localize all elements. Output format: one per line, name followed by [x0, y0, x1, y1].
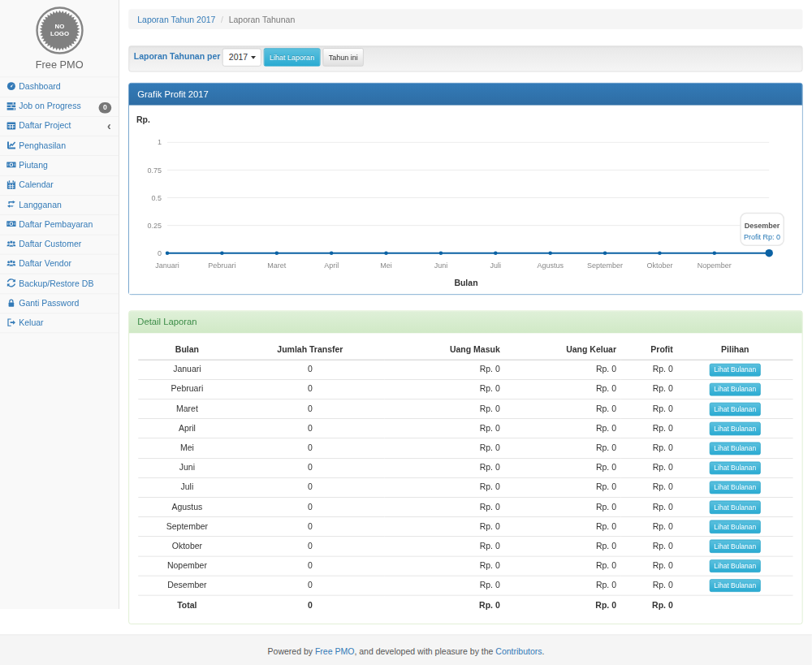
- svg-text:Bulan: Bulan: [454, 279, 477, 288]
- svg-text:Mei: Mei: [380, 261, 392, 270]
- svg-text:0.5: 0.5: [151, 194, 162, 202]
- svg-text:0: 0: [158, 249, 162, 257]
- svg-text:Rp.: Rp.: [136, 115, 150, 125]
- svg-text:Agustus: Agustus: [537, 261, 564, 270]
- svg-text:LOGO: LOGO: [50, 30, 69, 37]
- svg-text:NO: NO: [54, 22, 64, 29]
- svg-text:September: September: [587, 261, 623, 270]
- svg-text:Pebruari: Pebruari: [208, 261, 235, 270]
- svg-text:Januari: Januari: [155, 261, 179, 270]
- svg-text:April: April: [324, 261, 339, 270]
- svg-text:0.75: 0.75: [147, 166, 162, 175]
- svg-text:0.25: 0.25: [147, 222, 162, 230]
- svg-text:Maret: Maret: [267, 261, 287, 270]
- svg-text:Juli: Juli: [490, 261, 501, 270]
- svg-text:Oktober: Oktober: [646, 261, 672, 270]
- svg-text:Nopember: Nopember: [698, 261, 732, 270]
- svg-text:Juni: Juni: [434, 261, 447, 270]
- svg-text:1: 1: [158, 139, 162, 147]
